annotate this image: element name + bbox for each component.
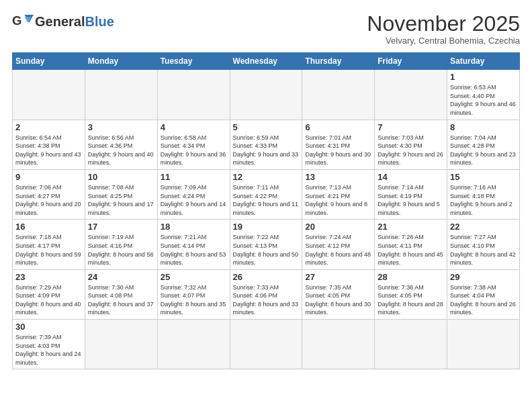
- day-number: 19: [233, 222, 300, 232]
- day-info: Sunrise: 6:56 AM Sunset: 4:36 PM Dayligh…: [88, 134, 154, 167]
- day-number: 9: [15, 172, 82, 182]
- day-info: Sunrise: 7:01 AM Sunset: 4:31 PM Dayligh…: [305, 134, 371, 167]
- day-info: Sunrise: 7:09 AM Sunset: 4:24 PM Dayligh…: [161, 183, 227, 217]
- calendar-day-cell: [85, 70, 157, 120]
- day-info: Sunrise: 7:24 AM Sunset: 4:12 PM Dayligh…: [305, 233, 371, 267]
- logo: G GeneralBlue: [12, 12, 114, 31]
- day-info: Sunrise: 7:35 AM Sunset: 4:05 PM Dayligh…: [305, 283, 371, 317]
- day-number: 14: [378, 172, 444, 182]
- day-number: 13: [305, 172, 371, 182]
- day-of-week-header: Sunday: [13, 53, 85, 70]
- calendar-day-cell: 6Sunrise: 7:01 AM Sunset: 4:31 PM Daylig…: [302, 120, 375, 169]
- calendar-day-cell: [85, 320, 157, 369]
- calendar-day-cell: 29Sunrise: 7:38 AM Sunset: 4:04 PM Dayli…: [447, 269, 520, 319]
- title-block: November 2025 Velvary, Central Bohemia, …: [367, 12, 520, 46]
- logo-general: General: [35, 14, 85, 29]
- day-number: 8: [450, 122, 517, 132]
- day-number: 11: [161, 172, 227, 182]
- calendar-day-cell: 30Sunrise: 7:39 AM Sunset: 4:03 PM Dayli…: [13, 320, 85, 369]
- day-info: Sunrise: 7:32 AM Sunset: 4:07 PM Dayligh…: [161, 283, 227, 317]
- day-info: Sunrise: 7:11 AM Sunset: 4:22 PM Dayligh…: [233, 183, 300, 217]
- calendar-day-cell: 16Sunrise: 7:18 AM Sunset: 4:17 PM Dayli…: [13, 220, 85, 269]
- day-number: 25: [161, 272, 227, 282]
- day-number: 20: [305, 222, 371, 232]
- calendar-week-row: 1Sunrise: 6:53 AM Sunset: 4:40 PM Daylig…: [13, 70, 520, 120]
- day-info: Sunrise: 6:59 AM Sunset: 4:33 PM Dayligh…: [233, 134, 300, 167]
- day-info: Sunrise: 7:36 AM Sunset: 4:05 PM Dayligh…: [378, 283, 444, 317]
- svg-text:G: G: [12, 13, 21, 28]
- calendar-day-cell: 17Sunrise: 7:19 AM Sunset: 4:16 PM Dayli…: [85, 220, 157, 269]
- day-number: 27: [305, 272, 371, 282]
- day-info: Sunrise: 7:29 AM Sunset: 4:09 PM Dayligh…: [15, 283, 82, 317]
- calendar-day-cell: 12Sunrise: 7:11 AM Sunset: 4:22 PM Dayli…: [230, 169, 302, 219]
- calendar-week-row: 2Sunrise: 6:54 AM Sunset: 4:38 PM Daylig…: [13, 120, 520, 169]
- calendar-day-cell: 5Sunrise: 6:59 AM Sunset: 4:33 PM Daylig…: [230, 120, 302, 169]
- calendar-day-cell: [302, 320, 375, 369]
- calendar-day-cell: [13, 70, 85, 120]
- calendar-day-cell: 24Sunrise: 7:30 AM Sunset: 4:08 PM Dayli…: [85, 269, 157, 319]
- day-number: 28: [378, 272, 444, 282]
- calendar-day-cell: 27Sunrise: 7:35 AM Sunset: 4:05 PM Dayli…: [302, 269, 375, 319]
- day-number: 30: [15, 322, 82, 332]
- calendar-day-cell: [447, 320, 520, 369]
- day-of-week-header: Thursday: [302, 53, 375, 70]
- day-number: 2: [15, 122, 82, 132]
- calendar-day-cell: 18Sunrise: 7:21 AM Sunset: 4:14 PM Dayli…: [157, 220, 230, 269]
- month-title: November 2025: [367, 12, 520, 36]
- day-number: 29: [450, 272, 517, 282]
- calendar-day-cell: 22Sunrise: 7:27 AM Sunset: 4:10 PM Dayli…: [447, 220, 520, 269]
- day-of-week-header: Friday: [375, 53, 447, 70]
- day-info: Sunrise: 7:13 AM Sunset: 4:21 PM Dayligh…: [305, 183, 371, 217]
- day-number: 7: [378, 122, 444, 132]
- calendar-day-cell: [230, 320, 302, 369]
- day-info: Sunrise: 7:21 AM Sunset: 4:14 PM Dayligh…: [161, 233, 227, 267]
- day-info: Sunrise: 7:04 AM Sunset: 4:28 PM Dayligh…: [450, 134, 517, 167]
- day-info: Sunrise: 7:38 AM Sunset: 4:04 PM Dayligh…: [450, 283, 517, 317]
- calendar-week-row: 9Sunrise: 7:06 AM Sunset: 4:27 PM Daylig…: [13, 169, 520, 219]
- calendar: SundayMondayTuesdayWednesdayThursdayFrid…: [12, 52, 520, 369]
- location-subtitle: Velvary, Central Bohemia, Czechia: [367, 36, 520, 46]
- calendar-day-cell: 19Sunrise: 7:22 AM Sunset: 4:13 PM Dayli…: [230, 220, 302, 269]
- calendar-day-cell: 25Sunrise: 7:32 AM Sunset: 4:07 PM Dayli…: [157, 269, 230, 319]
- day-number: 4: [161, 122, 227, 132]
- day-of-week-header: Saturday: [447, 53, 520, 70]
- logo-icon: G: [12, 12, 34, 31]
- calendar-day-cell: 15Sunrise: 7:16 AM Sunset: 4:18 PM Dayli…: [447, 169, 520, 219]
- day-number: 15: [450, 172, 517, 182]
- calendar-day-cell: 4Sunrise: 6:58 AM Sunset: 4:34 PM Daylig…: [157, 120, 230, 169]
- day-number: 24: [88, 272, 154, 282]
- day-info: Sunrise: 7:39 AM Sunset: 4:03 PM Dayligh…: [15, 333, 82, 367]
- calendar-day-cell: 14Sunrise: 7:14 AM Sunset: 4:19 PM Dayli…: [375, 169, 447, 219]
- day-number: 10: [88, 172, 154, 182]
- calendar-day-cell: 7Sunrise: 7:03 AM Sunset: 4:30 PM Daylig…: [375, 120, 447, 169]
- logo-blue: Blue: [85, 14, 114, 29]
- day-info: Sunrise: 7:03 AM Sunset: 4:30 PM Dayligh…: [378, 134, 444, 167]
- calendar-day-cell: 8Sunrise: 7:04 AM Sunset: 4:28 PM Daylig…: [447, 120, 520, 169]
- day-number: 23: [15, 272, 82, 282]
- day-number: 18: [161, 222, 227, 232]
- day-number: 16: [15, 222, 82, 232]
- day-number: 22: [450, 222, 517, 232]
- calendar-day-cell: 21Sunrise: 7:26 AM Sunset: 4:11 PM Dayli…: [375, 220, 447, 269]
- calendar-week-row: 23Sunrise: 7:29 AM Sunset: 4:09 PM Dayli…: [13, 269, 520, 319]
- day-number: 1: [450, 72, 517, 82]
- day-info: Sunrise: 7:27 AM Sunset: 4:10 PM Dayligh…: [450, 233, 517, 267]
- day-number: 6: [305, 122, 371, 132]
- day-of-week-header: Monday: [85, 53, 157, 70]
- day-info: Sunrise: 7:06 AM Sunset: 4:27 PM Dayligh…: [15, 183, 82, 217]
- day-info: Sunrise: 7:14 AM Sunset: 4:19 PM Dayligh…: [378, 183, 444, 217]
- day-number: 5: [233, 122, 300, 132]
- calendar-week-row: 16Sunrise: 7:18 AM Sunset: 4:17 PM Dayli…: [13, 220, 520, 269]
- calendar-day-cell: [302, 70, 375, 120]
- calendar-day-cell: 26Sunrise: 7:33 AM Sunset: 4:06 PM Dayli…: [230, 269, 302, 319]
- calendar-day-cell: 13Sunrise: 7:13 AM Sunset: 4:21 PM Dayli…: [302, 169, 375, 219]
- calendar-day-cell: [157, 320, 230, 369]
- calendar-day-cell: 23Sunrise: 7:29 AM Sunset: 4:09 PM Dayli…: [13, 269, 85, 319]
- calendar-day-cell: 1Sunrise: 6:53 AM Sunset: 4:40 PM Daylig…: [447, 70, 520, 120]
- calendar-day-cell: [157, 70, 230, 120]
- calendar-day-cell: 3Sunrise: 6:56 AM Sunset: 4:36 PM Daylig…: [85, 120, 157, 169]
- day-info: Sunrise: 6:54 AM Sunset: 4:38 PM Dayligh…: [15, 134, 82, 167]
- day-info: Sunrise: 7:16 AM Sunset: 4:18 PM Dayligh…: [450, 183, 517, 217]
- day-info: Sunrise: 6:58 AM Sunset: 4:34 PM Dayligh…: [161, 134, 227, 167]
- day-info: Sunrise: 7:33 AM Sunset: 4:06 PM Dayligh…: [233, 283, 300, 317]
